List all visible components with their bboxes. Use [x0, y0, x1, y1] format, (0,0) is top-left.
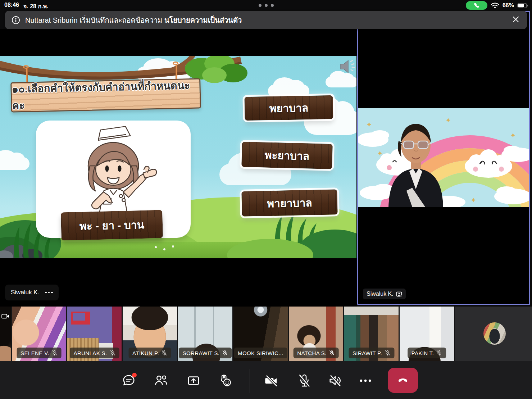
mic-off-icon: [162, 350, 167, 356]
mic-off-icon: [52, 350, 58, 356]
close-banner-icon[interactable]: [511, 15, 520, 26]
participant-tile[interactable]: PAKIN T.: [400, 307, 454, 361]
chat-notification-badge: [132, 373, 137, 377]
battery-icon: [517, 3, 528, 8]
hang-up-button[interactable]: [388, 368, 418, 393]
mic-off-icon: [222, 350, 228, 356]
participant-tile[interactable]: ATIKUN P.: [123, 307, 177, 361]
spotlight-icon: [396, 291, 402, 297]
info-icon: [12, 16, 20, 24]
presenter-badge: Siwaluk K.: [5, 285, 59, 300]
reactions-button[interactable]: [217, 372, 235, 389]
meeting-screen: 08:46 จ. 28 ก.พ. 66% Nuttarat Sriburin เ…: [0, 0, 532, 399]
camera-icon: [1, 314, 9, 319]
participant-name: ATIKUN P.: [132, 350, 159, 356]
participant-tile[interactable]: NATCHA S.: [289, 307, 343, 361]
question-text: ๑๐.เลือกคำให้ตรงกับคำอ่านที่กำหนดนะคะ: [12, 77, 200, 114]
recording-notification-banner: Nuttarat Sriburin เริ่มบันทึกและถอดข้อคว…: [5, 11, 527, 29]
choice-sign-2[interactable]: พะยาบาล: [241, 142, 333, 169]
participant-name: ARUNLAK S.: [73, 350, 107, 356]
participant-strip: SELENE V. ARUNLAK S. ATIKUN P. SORRAWIT …: [0, 307, 532, 361]
chat-button[interactable]: [120, 372, 137, 389]
mic-off-button[interactable]: [296, 372, 313, 389]
question-sign: ๑๐.เลือกคำให้ตรงกับคำอ่านที่กำหนดนะคะ: [10, 78, 201, 112]
presenter-more-icon[interactable]: [45, 292, 53, 294]
wifi-icon: [491, 2, 499, 9]
toolbar-divider: [250, 369, 250, 393]
hangup-icon: [394, 372, 411, 389]
participant-name: SELENE V.: [21, 350, 49, 356]
rope-knot: [23, 65, 29, 69]
participant-name: PAKIN T.: [411, 350, 434, 356]
phone-icon: [473, 3, 479, 9]
rope-knot: [173, 62, 178, 65]
shared-screen-stage: ๑๐.เลือกคำให้ตรงกับคำอ่านที่กำหนดนะคะ พย…: [0, 29, 357, 307]
multitask-handle-icon[interactable]: [0, 4, 532, 7]
participant-tile-audio-only[interactable]: [455, 307, 532, 361]
participant-name: SORRAWIT S.: [183, 350, 220, 356]
participant-tile[interactable]: ARUNLAK S.: [67, 307, 122, 361]
share-screen-button[interactable]: [185, 372, 202, 389]
avatar: [483, 322, 506, 345]
participant-name: SIRAWIT P.: [353, 350, 382, 356]
spotlight-video-tile[interactable]: Siwaluk K.: [357, 11, 530, 305]
participant-name: MOOK SIRIWIC...: [238, 350, 283, 356]
participant-tile[interactable]: MOOK SIRIWIC...: [233, 307, 288, 361]
banner-message: Nuttarat Sriburin เริ่มบันทึกและถอดข้อคว…: [25, 14, 242, 26]
mic-off-icon: [329, 350, 335, 356]
shared-game-slide: ๑๐.เลือกคำให้ตรงกับคำอ่านที่กำหนดนะคะ พย…: [0, 56, 356, 258]
cloud: [326, 77, 356, 87]
reading-prompt-sign: พะ - ยา - บาน: [61, 210, 163, 241]
status-bar: 08:46 จ. 28 ก.พ. 66%: [0, 0, 532, 11]
participant-tile[interactable]: SIRAWIT P.: [344, 307, 399, 361]
choice-sign-1[interactable]: พยาบาล: [244, 95, 333, 121]
presenter-name: Siwaluk K.: [11, 289, 39, 296]
spotlight-name: Siwaluk K.: [367, 291, 394, 297]
more-options-button[interactable]: [357, 372, 374, 389]
mic-off-icon: [385, 350, 390, 356]
camera-off-button[interactable]: [263, 372, 281, 389]
mic-off-icon: [436, 350, 442, 356]
speaker-icon: [338, 57, 356, 76]
spotlight-name-badge: Siwaluk K.: [363, 289, 406, 299]
choice-sign-3[interactable]: พายาบาล: [241, 189, 337, 217]
mic-off-icon: [110, 350, 115, 356]
active-call-pill[interactable]: [466, 1, 487, 10]
flowers: [155, 246, 157, 248]
participant-name: NATCHA S.: [297, 350, 327, 356]
speaker-off-button[interactable]: [327, 372, 344, 389]
battery-percent: 66%: [503, 2, 514, 9]
privacy-policy-link[interactable]: นโยบายความเป็นส่วนตัว: [164, 16, 242, 24]
cloud: [0, 157, 29, 170]
participants-button[interactable]: [153, 372, 170, 389]
call-toolbar: [0, 361, 532, 399]
participant-tile-partial[interactable]: [0, 307, 11, 361]
participant-tile[interactable]: SELENE V.: [12, 307, 66, 361]
participant-tile[interactable]: SORRAWIT S.: [178, 307, 232, 361]
teacher-video: [358, 108, 529, 207]
